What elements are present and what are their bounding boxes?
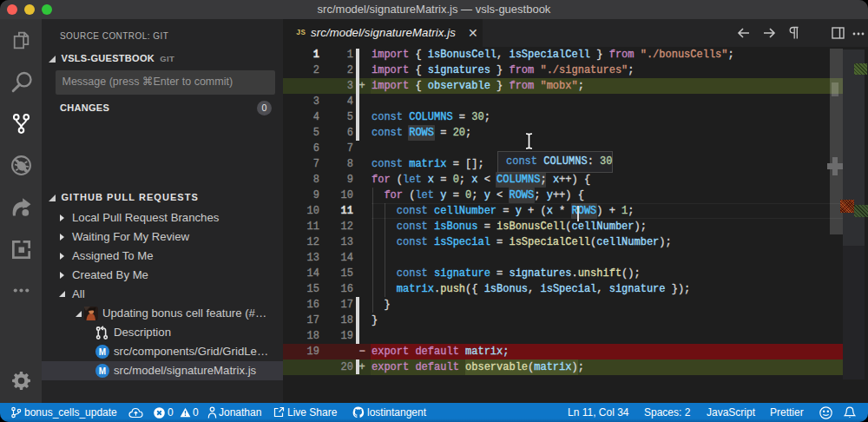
svg-text:M: M — [99, 366, 106, 376]
svg-text:M: M — [99, 347, 106, 357]
